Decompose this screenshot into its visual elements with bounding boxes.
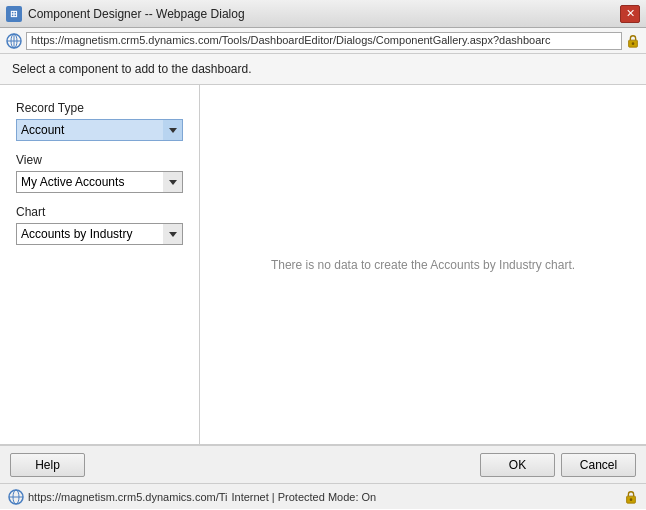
svg-point-5 xyxy=(632,42,635,45)
view-dropdown[interactable]: My Active Accounts All Accounts Active A… xyxy=(16,171,176,193)
status-lock-icon xyxy=(624,490,638,504)
browser-icon xyxy=(6,33,22,49)
address-bar: https://magnetism.crm5.dynamics.com/Tool… xyxy=(0,28,646,54)
title-bar-text: Component Designer -- Webpage Dialog xyxy=(28,7,245,21)
help-button[interactable]: Help xyxy=(10,453,85,477)
globe-icon xyxy=(8,489,24,505)
status-zone: Internet | Protected Mode: On xyxy=(231,491,376,503)
status-url: https://magnetism.crm5.dynamics.com/Ti xyxy=(28,491,227,503)
status-bar: https://magnetism.crm5.dynamics.com/Ti I… xyxy=(0,483,646,509)
app-icon: ⊞ xyxy=(6,6,22,22)
close-button[interactable]: ✕ xyxy=(620,5,640,23)
cancel-button[interactable]: Cancel xyxy=(561,453,636,477)
right-panel: There is no data to create the Accounts … xyxy=(200,85,646,444)
record-type-dropdown[interactable]: Account Contact Lead Opportunity xyxy=(16,119,176,141)
view-label: View xyxy=(16,153,183,167)
title-bar: ⊞ Component Designer -- Webpage Dialog ✕ xyxy=(0,0,646,28)
chart-dropdown[interactable]: Accounts by Industry Accounts by Owner A… xyxy=(16,223,176,245)
record-type-dropdown-wrapper: Account Contact Lead Opportunity xyxy=(16,119,183,141)
address-url[interactable]: https://magnetism.crm5.dynamics.com/Tool… xyxy=(26,32,622,50)
main-content: Record Type Account Contact Lead Opportu… xyxy=(0,85,646,445)
instruction-bar: Select a component to add to the dashboa… xyxy=(0,54,646,85)
bottom-bar: Help OK Cancel xyxy=(0,445,646,483)
view-dropdown-wrapper: My Active Accounts All Accounts Active A… xyxy=(16,171,183,193)
record-type-label: Record Type xyxy=(16,101,183,115)
title-bar-left: ⊞ Component Designer -- Webpage Dialog xyxy=(6,6,245,22)
instruction-text: Select a component to add to the dashboa… xyxy=(12,62,252,76)
svg-point-10 xyxy=(630,498,633,501)
ok-button[interactable]: OK xyxy=(480,453,555,477)
lock-icon xyxy=(626,34,640,48)
bottom-right-buttons: OK Cancel xyxy=(480,453,636,477)
chart-dropdown-wrapper: Accounts by Industry Accounts by Owner A… xyxy=(16,223,183,245)
status-left: https://magnetism.crm5.dynamics.com/Ti I… xyxy=(8,489,376,505)
left-panel: Record Type Account Contact Lead Opportu… xyxy=(0,85,200,444)
no-data-message: There is no data to create the Accounts … xyxy=(271,258,575,272)
chart-label: Chart xyxy=(16,205,183,219)
